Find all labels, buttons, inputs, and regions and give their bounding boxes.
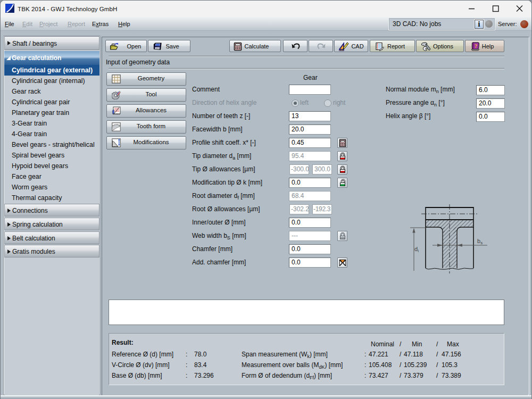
svg-text:?: ? (475, 43, 477, 49)
svg-text:di: di (414, 246, 419, 253)
svg-text:bs: bs (477, 238, 483, 245)
